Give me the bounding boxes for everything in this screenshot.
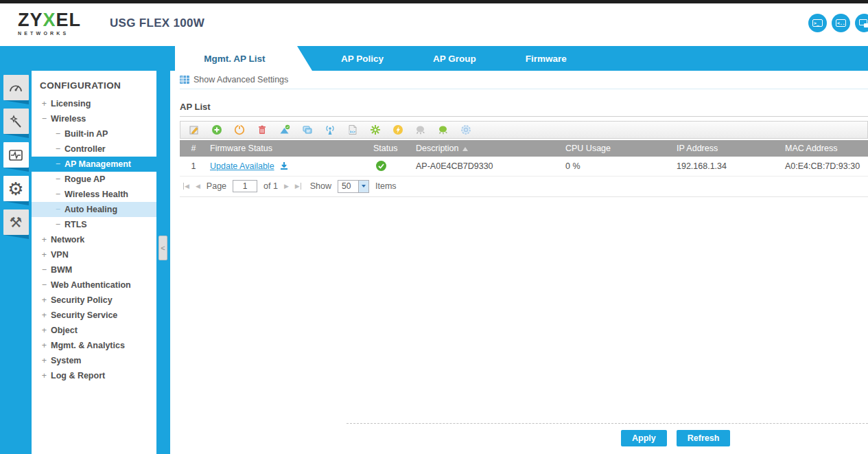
col-header-mac-address[interactable]: MAC Address bbox=[782, 140, 868, 157]
next-page-button[interactable]: ▶ bbox=[284, 183, 289, 190]
page: ZYXEL NETWORKS USG FLEX 100W >_ <.. Mgmt… bbox=[0, 0, 868, 454]
items-label: Items bbox=[375, 181, 397, 191]
last-page-button[interactable]: ▶ bbox=[295, 183, 301, 190]
rail-dashboard-button[interactable] bbox=[3, 75, 29, 100]
sidebar-item-wireless[interactable]: −Wireless bbox=[32, 111, 156, 126]
content-area: Show Advanced Settings AP List bbox=[170, 71, 868, 454]
prev-page-button[interactable]: ◀ bbox=[196, 183, 200, 190]
suppression-on-button[interactable] bbox=[432, 122, 454, 138]
cell-ip-address: 192.168.1.34 bbox=[674, 157, 782, 176]
rail-maintenance-button[interactable]: ⚒ bbox=[3, 209, 29, 235]
dash-icon: − bbox=[54, 174, 62, 184]
add-button[interactable] bbox=[205, 122, 228, 138]
dash-icon: − bbox=[40, 280, 48, 290]
col-header-ip-address[interactable]: IP Address bbox=[674, 140, 782, 157]
web-console-icon: <.. bbox=[836, 19, 846, 27]
apply-button[interactable]: Apply bbox=[621, 430, 667, 446]
led-locator-button[interactable] bbox=[454, 122, 477, 138]
expand-icon: + bbox=[40, 341, 48, 350]
logo-networks-text: NETWORKS bbox=[18, 31, 81, 36]
firmware-update-link[interactable]: Update Available bbox=[210, 161, 274, 171]
footer-buttons: Apply Refresh bbox=[621, 430, 730, 446]
col-header-status[interactable]: Status bbox=[371, 140, 413, 157]
sidebar-item-label: Mgmt. & Analytics bbox=[51, 341, 125, 350]
header-icon-group: >_ <.. bbox=[808, 14, 868, 32]
table-row[interactable]: 1 Update Available bbox=[180, 157, 868, 176]
col-header-description[interactable]: Description bbox=[413, 140, 563, 157]
sidebar-strip: < bbox=[156, 71, 170, 454]
show-label: Show bbox=[310, 181, 331, 191]
sidebar-item-built-in-ap[interactable]: −Built-in AP bbox=[32, 126, 156, 141]
edit-button[interactable] bbox=[183, 122, 205, 138]
rail-configuration-button[interactable]: ⚙ bbox=[3, 176, 29, 201]
sidebar-item-label: Auto Healing bbox=[64, 205, 117, 214]
rail-wizard-button[interactable] bbox=[3, 109, 29, 134]
sidebar-item-label: Log & Report bbox=[51, 371, 105, 381]
tab-ap-group[interactable]: AP Group bbox=[412, 46, 497, 71]
chevron-down-icon bbox=[362, 185, 366, 188]
upgrade-firmware-button[interactable] bbox=[386, 122, 409, 138]
sidebar-item-security-service[interactable]: +Security Service bbox=[32, 308, 156, 323]
sidebar-item-object[interactable]: +Object bbox=[32, 323, 156, 338]
device-mode-button[interactable] bbox=[855, 14, 868, 32]
tab-firmware[interactable]: Firmware bbox=[505, 46, 587, 71]
sidebar-item-security-policy[interactable]: +Security Policy bbox=[32, 293, 156, 308]
zyxel-logo[interactable]: ZYXEL NETWORKS bbox=[18, 11, 81, 36]
nslookup-button[interactable] bbox=[364, 122, 386, 138]
sidebar-item-label: AP Management bbox=[64, 159, 131, 169]
page-label: Page bbox=[207, 181, 226, 191]
query-log-button[interactable]: LOG bbox=[341, 122, 364, 138]
sidebar-item-system[interactable]: +System bbox=[32, 353, 156, 368]
sidebar-item-mgmt-analytics[interactable]: +Mgmt. & Analytics bbox=[32, 338, 156, 353]
logo-right: EL bbox=[56, 10, 82, 30]
dash-icon: − bbox=[54, 129, 62, 139]
more-information-button[interactable] bbox=[296, 122, 318, 138]
cli-console-button[interactable]: >_ bbox=[808, 14, 827, 32]
rail-monitor-button[interactable] bbox=[3, 142, 29, 168]
sidebar-item-web-authentication[interactable]: −Web Authentication bbox=[32, 277, 156, 293]
cell-num: 1 bbox=[180, 157, 207, 176]
expand-icon: + bbox=[40, 371, 48, 381]
sidebar-item-rogue-ap[interactable]: −Rogue AP bbox=[32, 172, 156, 187]
dcs-now-button[interactable] bbox=[273, 122, 296, 138]
radio-information-button[interactable] bbox=[318, 122, 341, 138]
first-page-button[interactable]: ◀ bbox=[183, 183, 189, 190]
dash-icon: − bbox=[54, 190, 62, 199]
main-area: ⚙ ⚒ CONFIGURATION +Licensing −Wireless −… bbox=[0, 71, 868, 454]
cell-firmware-status: Update Available bbox=[207, 157, 371, 176]
sidebar-item-network[interactable]: +Network bbox=[32, 232, 156, 247]
download-icon[interactable] bbox=[279, 161, 289, 170]
sidebar-item-licensing[interactable]: +Licensing bbox=[32, 96, 156, 111]
col-header-num[interactable]: # bbox=[180, 140, 207, 157]
led-off-icon bbox=[415, 124, 426, 135]
sidebar-item-bwm[interactable]: −BWM bbox=[32, 262, 156, 277]
remove-button[interactable] bbox=[250, 122, 273, 138]
logo-left: ZY bbox=[18, 10, 43, 30]
antenna-icon bbox=[325, 124, 336, 135]
refresh-button[interactable]: Refresh bbox=[677, 430, 731, 446]
sidebar-item-rtls[interactable]: −RTLS bbox=[32, 217, 156, 232]
sidebar-item-ap-management[interactable]: −AP Management bbox=[32, 157, 156, 172]
monitor-pulse-icon bbox=[8, 147, 24, 163]
suppression-off-button[interactable] bbox=[409, 122, 432, 138]
sidebar-item-vpn[interactable]: +VPN bbox=[32, 247, 156, 262]
sidebar-item-wireless-health[interactable]: −Wireless Health bbox=[32, 187, 156, 202]
col-header-description-label: Description bbox=[416, 144, 459, 153]
tab-mgmt-ap-list[interactable]: Mgmt. AP List bbox=[175, 46, 312, 71]
sidebar-item-log-report[interactable]: +Log & Report bbox=[32, 368, 156, 383]
sidebar-title: CONFIGURATION bbox=[32, 76, 156, 96]
expand-icon: + bbox=[40, 250, 48, 260]
dash-icon: − bbox=[54, 220, 62, 229]
sidebar-item-controller[interactable]: −Controller bbox=[32, 141, 156, 157]
col-header-firmware-status[interactable]: Firmware Status bbox=[207, 140, 371, 157]
web-console-button[interactable]: <.. bbox=[832, 14, 850, 32]
items-per-page-select[interactable]: 50 bbox=[338, 180, 369, 193]
reboot-button[interactable] bbox=[228, 122, 250, 138]
chevron-left-icon: < bbox=[161, 244, 165, 252]
advanced-settings-toggle[interactable]: Show Advanced Settings bbox=[180, 71, 868, 89]
sidebar-item-auto-healing[interactable]: −Auto Healing bbox=[32, 202, 156, 217]
collapse-sidebar-button[interactable]: < bbox=[159, 236, 167, 260]
tab-ap-policy[interactable]: AP Policy bbox=[320, 46, 404, 71]
page-input[interactable] bbox=[233, 180, 257, 192]
col-header-cpu-usage[interactable]: CPU Usage bbox=[563, 140, 674, 157]
